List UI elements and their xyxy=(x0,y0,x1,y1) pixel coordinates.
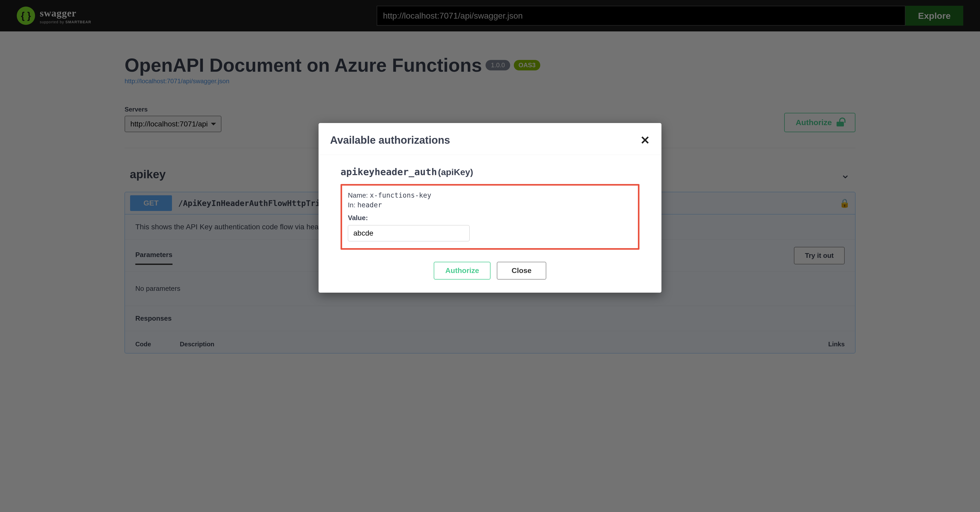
modal-overlay[interactable]: Available authorizations ✕ apikeyheader_… xyxy=(0,0,980,512)
auth-value-input[interactable] xyxy=(348,225,469,241)
modal-title: Available authorizations xyxy=(330,134,450,146)
modal-actions: Authorize Close xyxy=(340,262,640,280)
modal-close-button[interactable]: Close xyxy=(497,262,546,280)
auth-details-highlight: Name: x-functions-key In: header Value: xyxy=(340,184,640,250)
auth-value-label: Value: xyxy=(348,214,632,222)
auth-scheme-type: (apiKey) xyxy=(438,167,473,177)
auth-name-row: Name: x-functions-key xyxy=(348,191,632,199)
close-icon[interactable]: ✕ xyxy=(640,134,650,147)
auth-scheme-name: apikeyheader_auth xyxy=(340,167,437,177)
auth-scheme-heading: apikeyheader_auth (apiKey) xyxy=(340,167,640,177)
auth-modal: Available authorizations ✕ apikeyheader_… xyxy=(318,123,662,293)
modal-authorize-button[interactable]: Authorize xyxy=(434,262,490,280)
modal-body: apikeyheader_auth (apiKey) Name: x-funct… xyxy=(318,155,662,293)
modal-header: Available authorizations ✕ xyxy=(318,123,662,155)
auth-in-row: In: header xyxy=(348,201,632,209)
